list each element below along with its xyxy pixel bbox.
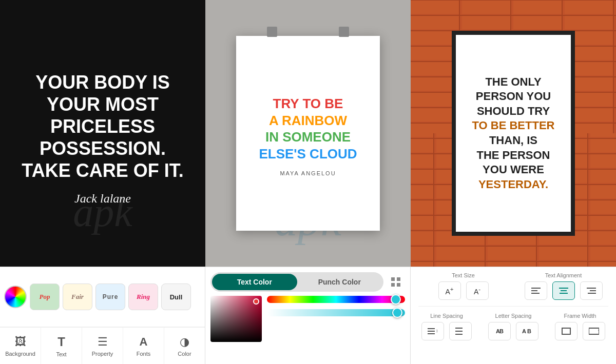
text-align-title: Text Alignment xyxy=(518,272,608,278)
left-watermark: apk xyxy=(73,189,132,236)
decrease-font-label: A- xyxy=(474,286,480,296)
alpha-thumb[interactable] xyxy=(392,308,402,318)
rainbow-author: MAYA ANGELOU xyxy=(280,170,336,176)
divider xyxy=(418,306,608,307)
line-spacing-decrease[interactable]: ↕ xyxy=(421,322,444,340)
right-line-4: TO BE BETTER xyxy=(472,119,555,132)
swatch-pop[interactable]: Pop xyxy=(30,284,60,310)
svg-rect-12 xyxy=(391,277,395,281)
increase-font-label: A+ xyxy=(445,286,453,296)
letter-spacing-decrease[interactable]: AB xyxy=(488,322,511,340)
decrease-font-button[interactable]: A- xyxy=(466,281,489,300)
letter-spacing-controls: AB AB xyxy=(485,322,542,340)
right-line-6: THE PERSON xyxy=(476,149,550,161)
color-picker-area xyxy=(210,296,405,342)
nav-fonts[interactable]: A Fonts xyxy=(123,328,164,364)
text-size-title: Text Size xyxy=(418,272,508,278)
right-line-8: YESTERDAY. xyxy=(478,178,548,191)
right-line-3: SHOULD TRY xyxy=(477,105,550,117)
bottom-toolbar: Pop Fair Pure Ring Dull 🖼 Background T T… xyxy=(0,267,616,364)
fonts-icon: A xyxy=(140,335,148,349)
property-icon: ☰ xyxy=(98,335,108,349)
swatch-ring-label: Ring xyxy=(137,293,150,301)
align-right-button[interactable] xyxy=(580,281,603,300)
frame-wide-icon xyxy=(589,327,599,335)
swatch-pop-label: Pop xyxy=(40,293,50,301)
text-alignment-section: Text Alignment xyxy=(518,272,608,300)
nav-property[interactable]: ☰ Property xyxy=(82,328,123,364)
letter-spacing-increase[interactable]: AB xyxy=(516,322,538,340)
color-tab-row: Text Color Punch Color xyxy=(210,272,383,292)
sliders-area xyxy=(267,296,405,316)
line-spacing-decrease-icon: ↕ xyxy=(428,327,438,335)
rainbow-line-2: A RAINBOW xyxy=(259,112,357,129)
swatch-dull-label: Dull xyxy=(170,293,183,301)
right-line-5: THAN, IS xyxy=(489,134,537,147)
frame-width-decrease[interactable] xyxy=(555,322,578,340)
frame-width-section: Frame Width xyxy=(552,313,608,340)
align-left-button[interactable] xyxy=(525,281,547,300)
alpha-slider[interactable] xyxy=(267,309,405,316)
bottom-nav: 🖼 Background T Text ☰ Property A Fonts ◑… xyxy=(0,327,205,364)
toolbar-center: Text Color Punch Color xyxy=(205,267,411,364)
letter-spacing-section: Letter Spacing AB AB xyxy=(485,313,542,340)
svg-text:↕: ↕ xyxy=(436,328,438,333)
swatch-pure[interactable]: Pure xyxy=(95,284,125,310)
panel-center: apk TRY TO BE A RAINBOW IN SOMEONE ELSE'… xyxy=(205,0,411,267)
svg-rect-14 xyxy=(391,283,395,287)
nav-text[interactable]: T Text xyxy=(41,328,82,364)
center-paper-card: TRY TO BE A RAINBOW IN SOMEONE ELSE'S CL… xyxy=(236,36,380,231)
nav-background[interactable]: 🖼 Background xyxy=(0,328,41,364)
swatch-fair[interactable]: Fair xyxy=(63,284,92,310)
text-align-controls xyxy=(518,281,608,300)
paper-clip-left xyxy=(267,27,277,37)
left-quote-text: YOUR BODY IS YOUR MOST PRICELESS POSSESS… xyxy=(0,61,205,187)
rainbow-line-3: IN SOMEONE xyxy=(259,129,357,146)
nav-background-label: Background xyxy=(5,351,35,357)
main-area: YOUR BODY IS YOUR MOST PRICELESS POSSESS… xyxy=(0,0,616,267)
rainbow-line-4: ELSE'S CLOUD xyxy=(259,146,357,163)
color-gradient-picker[interactable] xyxy=(210,296,262,342)
grid-view-button[interactable] xyxy=(387,273,405,291)
right-line-2: PERSON YOU xyxy=(476,90,551,103)
right-line-7: YOU WERE xyxy=(483,163,544,176)
swatch-pure-label: Pure xyxy=(103,293,119,300)
nav-color-label: Color xyxy=(178,351,191,357)
panel-right: THE ONLY PERSON YOU SHOULD TRY TO BE BET… xyxy=(411,0,616,267)
paper-clip-right xyxy=(339,27,349,37)
line-spacing-title: Line Spacing xyxy=(418,313,475,319)
toolbar-left: Pop Fair Pure Ring Dull 🖼 Background T T… xyxy=(0,267,205,364)
letter-spacing-title: Letter Spacing xyxy=(485,313,542,319)
rainbow-line-1: TRY TO BE xyxy=(259,95,357,112)
right-line-1: THE ONLY xyxy=(485,75,541,88)
frame-narrow-icon xyxy=(561,327,571,335)
text-color-tab[interactable]: Text Color xyxy=(212,274,297,290)
panel-left: YOUR BODY IS YOUR MOST PRICELESS POSSESS… xyxy=(0,0,205,267)
text-icon: T xyxy=(57,335,65,349)
tool-section-row-top: Text Size A+ A- Text Alignment xyxy=(418,272,608,300)
align-left-icon xyxy=(531,287,541,294)
nav-color[interactable]: ◑ Color xyxy=(164,328,205,364)
background-icon: 🖼 xyxy=(15,335,26,349)
line-spacing-increase[interactable] xyxy=(449,322,472,340)
text-size-controls: A+ A- xyxy=(418,281,508,300)
color-wheel-icon[interactable] xyxy=(4,286,27,308)
line-spacing-increase-icon xyxy=(455,327,466,335)
color-swatches-row: Pop Fair Pure Ring Dull xyxy=(0,267,205,327)
swatch-ring[interactable]: Ring xyxy=(128,284,158,310)
increase-font-button[interactable]: A+ xyxy=(438,281,461,300)
frame-width-title: Frame Width xyxy=(552,313,608,319)
swatch-dull[interactable]: Dull xyxy=(161,284,191,310)
text-size-section: Text Size A+ A- xyxy=(418,272,508,300)
line-spacing-section: Line Spacing ↕ xyxy=(418,313,475,340)
hue-slider[interactable] xyxy=(267,296,405,303)
hue-thumb[interactable] xyxy=(391,294,401,305)
align-right-icon xyxy=(587,287,596,294)
frame-width-controls xyxy=(552,322,608,340)
align-center-button[interactable] xyxy=(552,281,575,300)
letter-spacing-decrease-label: AB xyxy=(496,328,503,334)
frame-width-increase[interactable] xyxy=(583,322,605,340)
punch-color-tab[interactable]: Punch Color xyxy=(297,274,382,290)
gradient-circle-handle[interactable] xyxy=(253,298,259,305)
svg-rect-13 xyxy=(397,277,400,281)
